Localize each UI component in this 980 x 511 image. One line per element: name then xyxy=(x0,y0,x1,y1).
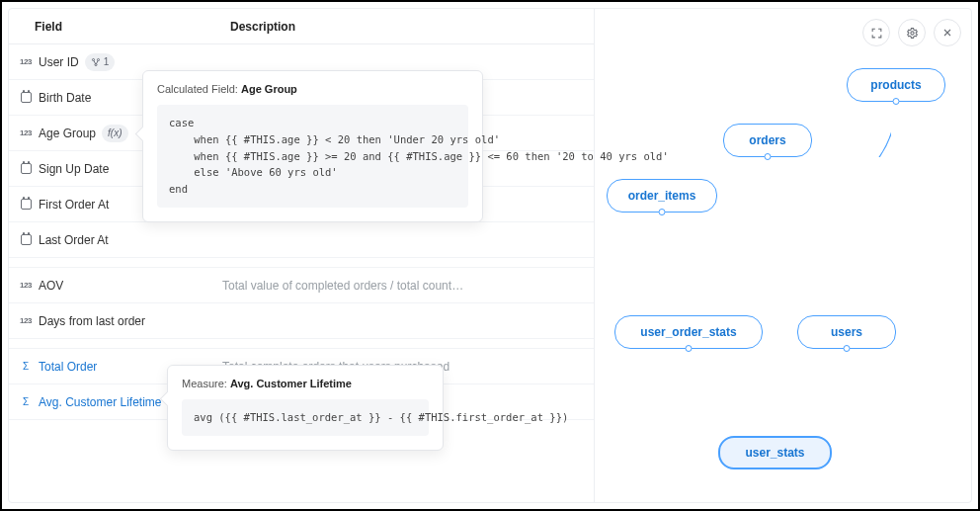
col-description: Description xyxy=(230,20,295,34)
field-row[interactable]: 123Days from last order xyxy=(9,303,594,339)
port-icon xyxy=(844,345,851,352)
node-user-stats[interactable]: user_stats xyxy=(718,436,832,469)
tooltip-field-name: Age Group xyxy=(241,83,297,95)
field-row[interactable]: Last Order At xyxy=(9,222,594,258)
node-user-order-stats[interactable]: user_order_stats xyxy=(614,315,763,349)
svg-point-3 xyxy=(910,31,913,34)
tooltip-measure: Measure: Avg. Customer Lifetime avg ({{ … xyxy=(167,365,444,451)
field-name: First Order At xyxy=(39,198,109,212)
number-type-icon: 123 xyxy=(20,128,32,137)
date-type-icon xyxy=(21,92,32,103)
port-icon xyxy=(686,345,693,352)
number-type-icon: 123 xyxy=(20,316,32,325)
fx-badge[interactable]: f(x) xyxy=(102,125,127,142)
node-order-items[interactable]: order_items xyxy=(607,179,717,213)
number-type-icon: 123 xyxy=(20,281,32,290)
node-products[interactable]: products xyxy=(847,68,945,102)
field-name: Age Group xyxy=(39,127,96,140)
field-name: AOV xyxy=(39,279,63,293)
fields-pane: Field Description 123User ID1Birth Date1… xyxy=(9,9,595,502)
tooltip-calculated-field: Calculated Field: Age Group case when {{… xyxy=(142,70,483,222)
tooltip-code: case when {{ #THIS.age }} < 20 then 'Und… xyxy=(157,105,468,208)
field-name: Sign Up Date xyxy=(39,162,109,176)
date-type-icon xyxy=(21,199,32,210)
port-icon xyxy=(659,209,666,215)
sigma-type-icon: Σ xyxy=(23,361,29,372)
close-button[interactable] xyxy=(934,19,961,46)
date-type-icon xyxy=(21,163,32,174)
field-name: Days from last order xyxy=(39,314,145,328)
field-name: Total Order xyxy=(39,360,97,374)
node-users[interactable]: users xyxy=(797,315,896,349)
number-type-icon: 123 xyxy=(20,57,32,66)
field-row[interactable]: 123AOVTotal value of completed orders / … xyxy=(9,268,594,303)
col-field: Field xyxy=(35,20,230,34)
node-orders[interactable]: orders xyxy=(723,124,812,157)
field-name: Last Order At xyxy=(39,233,109,247)
table-header: Field Description xyxy=(9,9,594,44)
port-icon xyxy=(765,153,772,160)
tooltip-prefix: Calculated Field: xyxy=(157,83,241,95)
field-name: Avg. Customer Lifetime xyxy=(39,395,162,409)
lineage-pane: products orders order_items user_order_s… xyxy=(595,9,971,502)
field-name: Birth Date xyxy=(39,91,91,105)
field-name: User ID xyxy=(39,55,79,69)
workspace-panel: Field Description 123User ID1Birth Date1… xyxy=(8,8,972,503)
reference-badge[interactable]: 1 xyxy=(85,53,116,71)
field-description: Total value of completed orders / total … xyxy=(222,279,594,293)
sigma-type-icon: Σ xyxy=(23,396,29,407)
tooltip-measure-name: Avg. Customer Lifetime xyxy=(230,378,352,389)
settings-button[interactable] xyxy=(898,19,926,46)
date-type-icon xyxy=(21,234,32,245)
port-icon xyxy=(893,98,900,105)
tooltip-prefix: Measure: xyxy=(182,378,230,389)
tooltip-code: avg ({{ #THIS.last_order_at }} - {{ #THI… xyxy=(182,399,429,436)
